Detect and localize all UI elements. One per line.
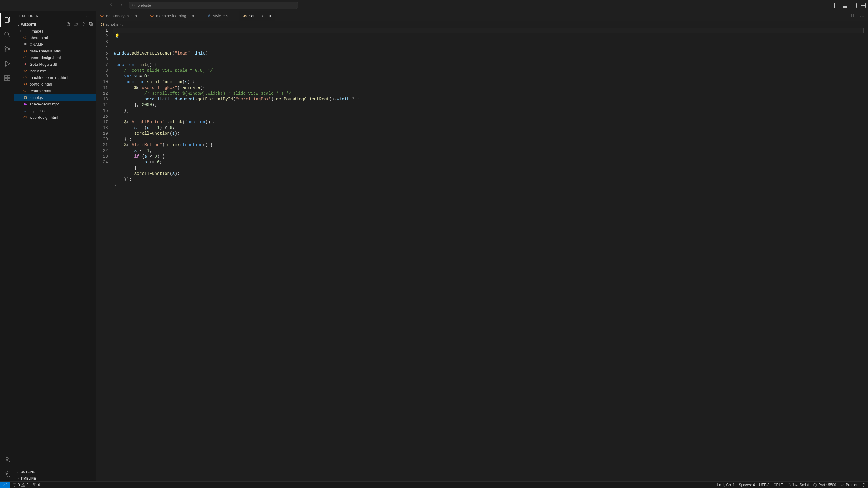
sidebar-more-icon[interactable]: ··· [86,14,91,18]
chevron-right-icon: › [19,29,22,33]
editor-tab[interactable]: #style.css× [203,10,239,21]
sidebar-section-timeline[interactable]: › TIMELINE [14,475,96,481]
explorer-folder-header[interactable]: ⌄ WEBSITE [14,21,96,28]
tree-item-label: style.css [30,108,44,113]
activity-extensions[interactable] [0,71,14,85]
braces-icon: { } [787,483,790,487]
activity-source-control[interactable] [0,42,14,56]
status-notifications[interactable] [860,482,868,488]
html-file-icon: <> [23,115,28,120]
tree-file[interactable]: <>about.html [14,34,96,41]
svg-rect-8 [4,78,7,81]
html-file-icon: <> [23,55,28,60]
tree-file[interactable]: <>data-analysis.html [14,47,96,54]
new-file-icon[interactable] [66,22,70,27]
port-count: 0 [38,483,40,487]
video-file-icon: ▶ [23,102,28,106]
toggle-primary-sidebar-icon[interactable] [834,3,838,8]
toggle-secondary-sidebar-icon[interactable] [852,3,857,8]
tree-item-label: data-analysis.html [30,49,61,53]
tree-file[interactable]: <>index.html [14,67,96,74]
sidebar-section-outline[interactable]: › OUTLINE [14,468,96,475]
lightbulb-icon[interactable]: 💡 [115,33,119,38]
code-line: }, 2000); [114,102,864,108]
tree-folder[interactable]: ›images [14,28,96,34]
tab-label: style.css [213,13,228,18]
tree-file[interactable]: <>game-design.html [14,54,96,61]
current-line-highlight [113,28,864,33]
editor-tab[interactable]: JSscript.js× [239,10,275,21]
activity-explorer[interactable] [0,13,14,27]
nav-back-icon[interactable] [108,2,113,8]
tree-file[interactable]: ≡CNAME [14,41,96,47]
code-line: s = (s + 1) % 6; [114,125,864,131]
chevron-down-icon: ⌄ [16,23,21,27]
editor-more-icon[interactable]: ··· [860,13,865,18]
customize-layout-icon[interactable] [861,3,866,8]
code-line: if (s < 0) { [114,154,864,159]
activity-settings[interactable] [0,467,14,481]
warning-count: 0 [27,483,29,487]
js-file-icon: JS [23,95,28,100]
code-line: function init() { [114,62,864,68]
status-live-server[interactable]: Port : 5500 [811,482,838,488]
breadcrumbs[interactable]: JS script.js › ... [96,21,868,28]
editor-tab[interactable]: <>machine-learning.html× [146,10,203,21]
editor-group: <>data-analysis.html×<>machine-learning.… [96,10,868,481]
status-eol[interactable]: CRLF [772,482,785,488]
activity-search[interactable] [0,27,14,42]
command-center-search[interactable]: website [129,2,298,9]
status-encoding[interactable]: UTF-8 [757,482,772,488]
code-line: $("#rightButton").click(function() { [114,119,864,125]
svg-point-4 [8,48,10,50]
tree-file[interactable]: ▶snake-demo.mp4 [14,101,96,107]
code-line [114,113,864,119]
html-file-icon: <> [23,82,28,87]
tree-item-label: CNAME [30,42,44,47]
tree-item-label: portfolio.html [30,82,52,87]
tree-item-label: about.html [30,36,48,40]
tree-file[interactable]: <>web-design.html [14,114,96,121]
svg-point-11 [6,473,8,475]
editor-tab[interactable]: <>data-analysis.html× [96,10,146,21]
minimap[interactable] [864,28,868,481]
tree-item-label: images [31,29,43,33]
split-editor-icon[interactable] [851,13,856,19]
activity-bar [0,10,14,481]
html-file-icon: <> [23,88,28,93]
status-language[interactable]: { } JavaScript [785,482,811,488]
html-file-icon: <> [23,68,28,73]
code-line: } [114,182,864,188]
activity-accounts[interactable] [0,452,14,467]
nav-forward-icon[interactable] [119,2,124,8]
status-problems[interactable]: 0 0 [10,482,30,488]
sidebar-explorer: EXPLORER ··· ⌄ WEBSITE ›images<>a [14,10,96,481]
tree-file[interactable]: #style.css [14,107,96,114]
tree-file[interactable]: <>machine-learning.html [14,74,96,81]
status-ports[interactable]: 0 [30,482,42,488]
code-line: scrollFunction(s); [114,131,864,136]
remote-indicator[interactable] [0,482,10,488]
status-prettier[interactable]: Prettier [838,482,860,488]
code-line: }; [114,108,864,113]
close-icon[interactable]: × [269,13,271,19]
collapse-all-icon[interactable] [89,22,93,27]
line-number-gutter: 123456789101112131415161718192021222324 [96,28,114,481]
status-indent[interactable]: Spaces: 4 [737,482,757,488]
activity-run-debug[interactable] [0,56,14,71]
tree-file[interactable]: JSscript.js [14,94,96,101]
html-file-icon: <> [150,13,154,18]
tree-file[interactable]: <>resume.html [14,88,96,94]
tree-item-label: web-design.html [30,115,58,120]
tree-item-label: Gotu-Regular.ttf [30,62,57,67]
tree-file[interactable]: AGotu-Regular.ttf [14,61,96,67]
toggle-panel-icon[interactable] [843,3,847,8]
code-content[interactable]: 💡 window.addEventListener("load", init) … [114,28,864,481]
new-folder-icon[interactable] [73,22,78,27]
html-file-icon: <> [23,75,28,80]
code-line: /* const slide_view_scale = 0.8; */ [114,68,864,73]
refresh-icon[interactable] [81,22,86,27]
status-cursor[interactable]: Ln 1, Col 1 [715,482,737,488]
tree-file[interactable]: <>portfolio.html [14,81,96,88]
tree-item-label: script.js [30,95,43,100]
